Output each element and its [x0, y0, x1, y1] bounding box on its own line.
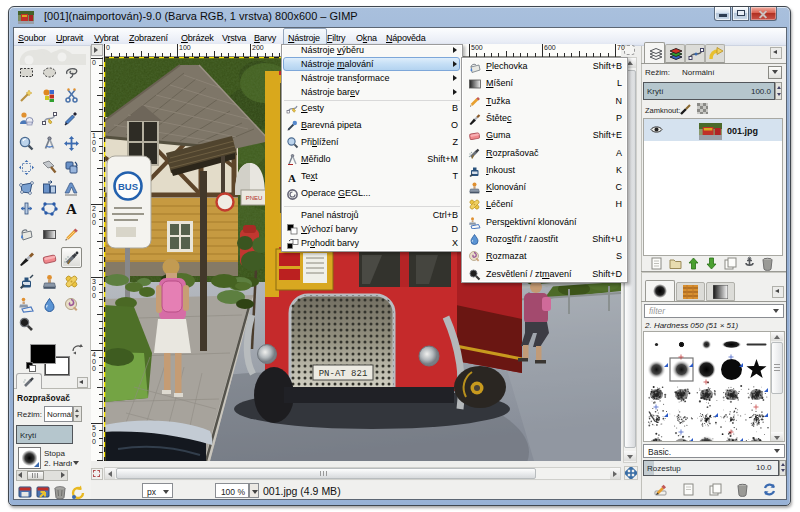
svg-text:PN-AT 821: PN-AT 821: [319, 369, 368, 379]
svg-text:PNEU: PNEU: [246, 195, 263, 201]
svg-text:A: A: [288, 172, 296, 184]
svg-text:BUS: BUS: [118, 181, 138, 192]
svg-text:A: A: [66, 201, 77, 217]
